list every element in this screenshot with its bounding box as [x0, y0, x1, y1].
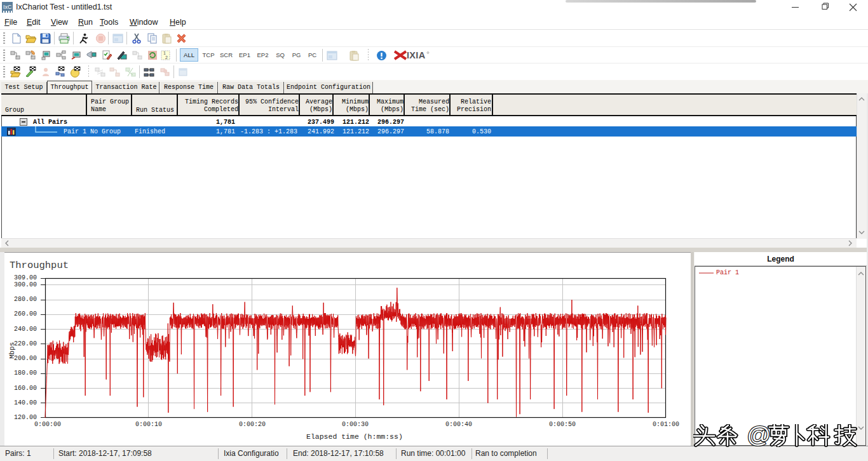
svg-text:IxC: IxC	[3, 4, 12, 10]
svg-text:2: 2	[165, 55, 168, 60]
svg-text:1: 1	[163, 51, 166, 55]
svg-text:IXIA: IXIA	[407, 50, 426, 60]
svg-text:@: @	[747, 424, 771, 447]
